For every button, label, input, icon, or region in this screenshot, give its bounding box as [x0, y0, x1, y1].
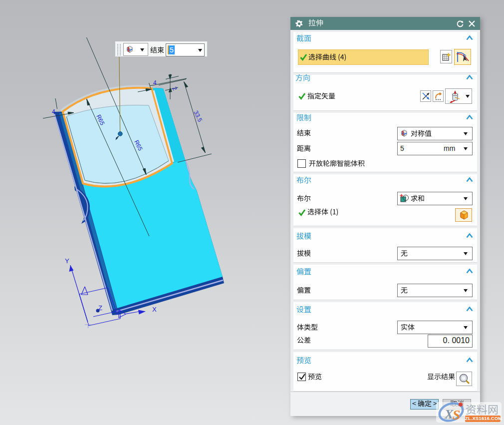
svg-text:33.5: 33.5 — [192, 109, 204, 123]
svg-text:4: 4 — [153, 79, 157, 86]
svg-text:Y: Y — [65, 257, 69, 265]
svg-text:4: 4 — [52, 108, 55, 115]
svg-text:S: S — [453, 407, 461, 423]
svg-text:Z: Z — [98, 304, 102, 312]
svg-text:X: X — [152, 306, 157, 313]
svg-text:2: 2 — [171, 85, 179, 91]
